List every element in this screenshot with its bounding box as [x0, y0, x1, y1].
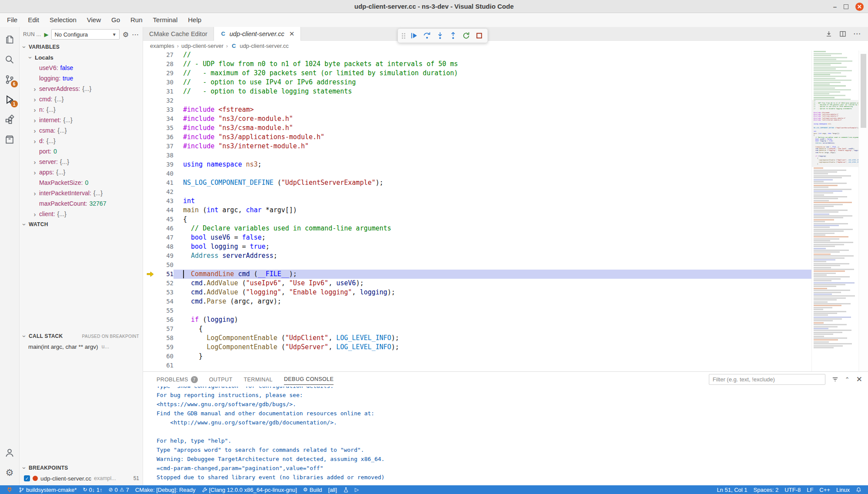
code-line[interactable]: 41NS_LOG_COMPONENT_DEFINE ("UdpClientSer…	[143, 178, 811, 187]
variable-row[interactable]: ›n:{...}	[20, 104, 143, 115]
line-number[interactable]: 40	[156, 169, 174, 178]
code-line[interactable]: 58 LogComponentEnable ("UdpClient", LOG_…	[143, 334, 811, 343]
code-line[interactable]: 56 if (logging)	[143, 315, 811, 324]
activity-source-control[interactable]: 6	[0, 70, 20, 90]
menu-terminal[interactable]: Terminal	[148, 13, 183, 27]
line-number[interactable]: 36	[156, 133, 174, 142]
line-number[interactable]: 42	[156, 187, 174, 197]
glyph-margin[interactable]	[143, 251, 156, 260]
glyph-margin[interactable]	[143, 187, 156, 197]
code-line[interactable]: 45{	[143, 215, 811, 224]
encoding[interactable]: UTF-8	[781, 487, 804, 493]
minimap[interactable]: //// - UDP flow from n0 to n1 of 1024 by…	[811, 50, 858, 371]
line-number[interactable]: 55	[156, 306, 174, 315]
glyph-margin[interactable]	[143, 96, 156, 105]
close-button[interactable]: ✕	[855, 3, 864, 11]
continue-button[interactable]	[408, 30, 420, 42]
eol-sequence[interactable]: LF	[804, 487, 816, 493]
activity-search[interactable]	[0, 50, 20, 70]
tab-udp-client-server[interactable]: C udp-client-server.cc ✕	[214, 27, 301, 41]
line-number[interactable]: 47	[156, 233, 174, 242]
more-actions-icon[interactable]: ⋯	[132, 30, 139, 39]
line-number[interactable]: 54	[156, 297, 174, 306]
code-line[interactable]: 55	[143, 306, 811, 315]
variables-scope-locals[interactable]: › Locals	[20, 52, 143, 63]
restart-button[interactable]	[461, 30, 472, 42]
drag-handle[interactable]	[401, 33, 407, 39]
code-line[interactable]: 30// - option to use IPv4 or IPv6 addres…	[143, 78, 811, 87]
glyph-margin[interactable]	[143, 178, 156, 187]
glyph-margin[interactable]	[143, 288, 156, 297]
code-line[interactable]: 43int	[143, 197, 811, 206]
glyph-margin[interactable]	[143, 270, 156, 279]
line-number[interactable]: 59	[156, 343, 174, 352]
line-number[interactable]: 48	[156, 242, 174, 251]
code-line[interactable]: 37#include "ns3/internet-module.h"	[143, 142, 811, 151]
code-line[interactable]: 40	[143, 169, 811, 178]
glyph-margin[interactable]	[143, 142, 156, 151]
indentation[interactable]: Spaces: 2	[751, 487, 782, 493]
line-number[interactable]: 53	[156, 288, 174, 297]
maximize-button[interactable]	[844, 4, 848, 9]
line-number[interactable]: 43	[156, 197, 174, 206]
download-icon[interactable]	[825, 30, 832, 37]
os-indicator[interactable]: Linux	[833, 487, 853, 493]
cmake-build-target[interactable]: [all]	[325, 487, 340, 493]
glyph-margin[interactable]	[143, 133, 156, 142]
remote-indicator[interactable]	[3, 487, 16, 493]
menu-run[interactable]: Run	[125, 13, 148, 27]
glyph-margin[interactable]	[143, 315, 156, 324]
line-number[interactable]: 31	[156, 87, 174, 96]
breadcrumb-item[interactable]: examples	[150, 43, 174, 49]
line-number[interactable]: 39	[156, 160, 174, 169]
glyph-margin[interactable]	[143, 215, 156, 224]
code-line[interactable]: 27//	[143, 50, 811, 60]
glyph-margin[interactable]	[143, 197, 156, 206]
activity-explorer[interactable]	[0, 30, 20, 50]
cmake-kit[interactable]: [Clang 12.0.0 x86_64-pc-linux-gnu]	[199, 487, 300, 493]
code-line[interactable]: 31// - option to disable logging stateme…	[143, 87, 811, 96]
start-debugging-button[interactable]: ▶	[44, 31, 48, 38]
code-line[interactable]: 42	[143, 187, 811, 197]
line-number[interactable]: 37	[156, 142, 174, 151]
variable-row[interactable]: ›maxPacketCount:32767	[20, 198, 143, 209]
glyph-margin[interactable]	[143, 224, 156, 233]
more-actions-icon[interactable]: ⋯	[853, 29, 861, 38]
test-button[interactable]	[340, 487, 352, 493]
account-button[interactable]	[0, 443, 20, 463]
glyph-margin[interactable]	[143, 124, 156, 133]
glyph-margin[interactable]	[143, 105, 156, 114]
step-out-button[interactable]	[447, 30, 459, 42]
glyph-margin[interactable]	[143, 279, 156, 288]
stack-frame-row[interactable]: main(int argc, char ** argv) u...	[20, 341, 143, 352]
variable-row[interactable]: ›logging:true	[20, 73, 143, 83]
console-prompt[interactable]: >	[157, 482, 868, 485]
glyph-margin[interactable]	[143, 87, 156, 96]
activity-run-and-debug[interactable]: 1	[0, 90, 20, 110]
line-number[interactable]: 45	[156, 215, 174, 224]
glyph-margin[interactable]	[143, 50, 156, 60]
maximize-panel-icon[interactable]: ⌃	[845, 376, 850, 383]
code-editor[interactable]: 27//28// - UDP flow from n0 to n1 of 102…	[143, 50, 811, 371]
variable-row[interactable]: ›apps:{...}	[20, 167, 143, 177]
breakpoint-checkbox[interactable]: ✓	[24, 475, 30, 481]
cmake-status[interactable]: CMake: [Debug]: Ready	[132, 487, 199, 493]
menu-view[interactable]: View	[82, 13, 106, 27]
menu-file[interactable]: File	[2, 13, 23, 27]
git-branch-status[interactable]: buildsystem-cmake*	[16, 487, 80, 493]
glyph-margin[interactable]	[143, 114, 156, 124]
line-number[interactable]: 51	[156, 270, 174, 279]
glyph-margin[interactable]	[143, 151, 156, 160]
line-number[interactable]: 52	[156, 279, 174, 288]
line-number[interactable]: 29	[156, 69, 174, 78]
step-over-button[interactable]	[421, 30, 433, 42]
line-number[interactable]: 41	[156, 178, 174, 187]
menu-go[interactable]: Go	[106, 13, 125, 27]
step-into-button[interactable]	[434, 30, 446, 42]
notifications-button[interactable]	[853, 487, 865, 493]
glyph-margin[interactable]	[143, 260, 156, 270]
variable-row[interactable]: ›d:{...}	[20, 136, 143, 146]
breakpoint-row[interactable]: ✓ udp-client-server.cc exampl... 51	[20, 473, 143, 484]
code-line[interactable]: 38	[143, 151, 811, 160]
variable-row[interactable]: ›csma:{...}	[20, 125, 143, 136]
